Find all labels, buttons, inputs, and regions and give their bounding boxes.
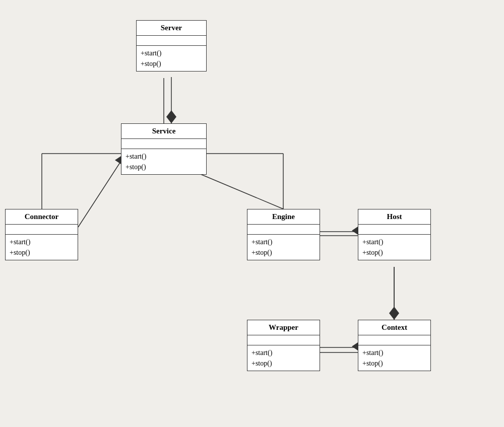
connector-method-2: +stop() — [10, 247, 74, 258]
engine-class: Engine +start() +stop() — [247, 209, 320, 260]
context-class-name: Context — [358, 320, 430, 335]
engine-method-2: +stop() — [251, 247, 316, 258]
context-method-1: +start() — [362, 347, 426, 358]
engine-method-1: +start() — [251, 237, 316, 247]
connector-class-name: Connector — [6, 209, 78, 225]
service-class: Service +start() +stop() — [121, 123, 207, 175]
wrapper-method-2: +stop() — [251, 358, 316, 369]
service-methods: +start() +stop() — [121, 149, 206, 174]
connector-method-1: +start() — [10, 237, 74, 247]
host-method-2: +stop() — [362, 247, 426, 258]
wrapper-class-name: Wrapper — [247, 320, 320, 335]
server-method-2: +stop() — [141, 58, 202, 69]
server-class: Server +start() +stop() — [136, 20, 207, 72]
context-method-2: +stop() — [362, 358, 426, 369]
service-class-name: Service — [121, 124, 206, 139]
service-attrs — [121, 139, 206, 149]
host-methods: +start() +stop() — [358, 235, 430, 260]
wrapper-attrs — [247, 335, 320, 345]
context-methods: +start() +stop() — [358, 345, 430, 371]
uml-diagram: Server +start() +stop() Service +start()… — [0, 0, 504, 427]
service-method-2: +stop() — [125, 162, 202, 172]
wrapper-method-1: +start() — [251, 347, 316, 358]
wrapper-class: Wrapper +start() +stop() — [247, 320, 320, 371]
context-attrs — [358, 335, 430, 345]
host-method-1: +start() — [362, 237, 426, 247]
connector-methods: +start() +stop() — [6, 235, 78, 260]
server-method-1: +start() — [141, 48, 202, 58]
server-class-name: Server — [137, 21, 206, 36]
engine-attrs — [247, 225, 320, 235]
svg-marker-23 — [389, 307, 399, 320]
connector-attrs — [6, 225, 78, 235]
connector-class: Connector +start() +stop() — [5, 209, 78, 260]
service-method-1: +start() — [125, 151, 202, 162]
host-class-name: Host — [358, 209, 430, 225]
server-methods: +start() +stop() — [137, 46, 206, 71]
svg-marker-13 — [166, 110, 176, 123]
engine-methods: +start() +stop() — [247, 235, 320, 260]
wrapper-methods: +start() +stop() — [247, 345, 320, 371]
server-attrs — [137, 36, 206, 46]
svg-line-2 — [78, 161, 121, 227]
context-class: Context +start() +stop() — [358, 320, 431, 371]
host-attrs — [358, 225, 430, 235]
engine-class-name: Engine — [247, 209, 320, 225]
host-class: Host +start() +stop() — [358, 209, 431, 260]
